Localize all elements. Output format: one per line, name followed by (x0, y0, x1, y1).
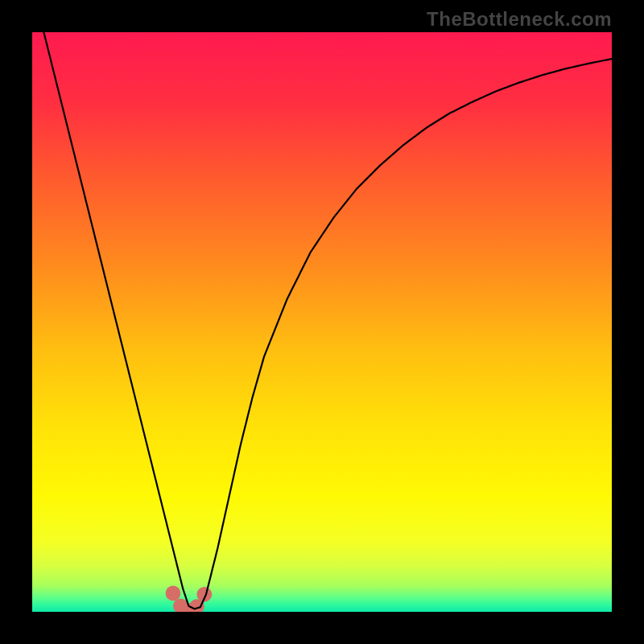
marker-dot (166, 586, 181, 601)
chart-frame: TheBottleneck.com (0, 0, 644, 644)
plot-area (32, 32, 612, 612)
gradient-background (32, 32, 612, 612)
watermark-text: TheBottleneck.com (427, 8, 612, 31)
bottleneck-chart (32, 32, 612, 612)
